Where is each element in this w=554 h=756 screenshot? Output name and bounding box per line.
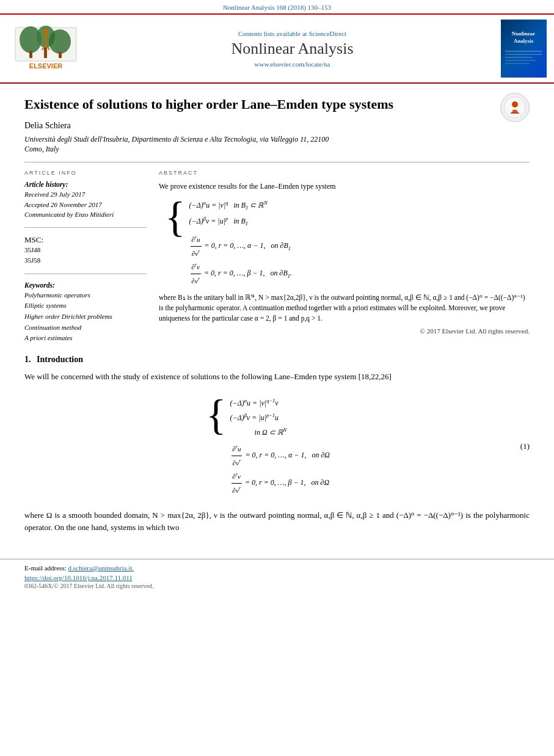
email-block: E-mail address: d.schiera@uninsubria.it. bbox=[24, 564, 530, 572]
equation-1-row: { (−Δ)αu = |v|q−1v (−Δ)βv = |u|p−1u in Ω… bbox=[24, 391, 530, 502]
email-link[interactable]: d.schiera@uninsubria.it. bbox=[68, 564, 134, 572]
equation-1-content: { (−Δ)αu = |v|q−1v (−Δ)βv = |u|p−1u in Ω… bbox=[24, 391, 505, 502]
svg-text:ELSEVIER: ELSEVIER bbox=[29, 62, 62, 70]
journal-title-block: Contents lists available at ScienceDirec… bbox=[92, 20, 493, 78]
intro-paragraph-1: We will be concerned with the study of e… bbox=[24, 371, 530, 383]
copyright-text: © 2017 Elsevier Ltd. All rights reserved… bbox=[159, 327, 530, 335]
main-content: Existence of solutions to higher order L… bbox=[0, 84, 554, 553]
intro-eq-in: in Ω ⊂ ℝN bbox=[255, 425, 330, 440]
journal-name: Nonlinear Analysis bbox=[231, 40, 353, 58]
left-brace-intro: { bbox=[206, 396, 227, 434]
svg-point-19 bbox=[512, 101, 518, 107]
abstract-math-system: { (−Δ)αu = |v|q in B1 ⊂ ℝN (−Δ)βv = |u|p… bbox=[165, 198, 530, 287]
divider-1 bbox=[24, 162, 530, 162]
left-brace: { bbox=[165, 198, 186, 236]
eq-4: ∂rv∂νr = 0, r = 0, …, β − 1, on ∂B1. bbox=[189, 260, 292, 288]
email-label: E-mail address: bbox=[24, 564, 67, 572]
intro-eq-3: ∂ru∂νr = 0, r = 0, …, α − 1, on ∂Ω bbox=[230, 442, 330, 470]
eq-2: (−Δ)βv = |u|p in B1 bbox=[189, 214, 292, 230]
history-label: Article history: bbox=[24, 181, 147, 188]
keyword-1: Polyharmonic operators bbox=[24, 290, 147, 301]
introduction-heading: 1. Introduction bbox=[24, 355, 530, 365]
svg-point-7 bbox=[43, 29, 48, 34]
journal-citation-bar: Nonlinear Analysis 168 (2018) 130–153 bbox=[0, 0, 554, 13]
elsevier-logo: ELSEVIER bbox=[12, 24, 79, 73]
svg-rect-4 bbox=[29, 51, 32, 58]
msc-code-1: 35J48 bbox=[24, 245, 147, 256]
author-name: Delia Schiera bbox=[24, 121, 530, 131]
page-header: ELSEVIER Contents lists available at Sci… bbox=[0, 13, 554, 84]
keyword-5: A priori estimates bbox=[24, 333, 147, 344]
article-info-abstract: ARTICLE INFO Article history: Received 2… bbox=[24, 170, 530, 344]
sciencedirect-link[interactable]: ScienceDirect bbox=[308, 30, 346, 37]
keywords-block: Keywords: Polyharmonic operators Ellipti… bbox=[24, 282, 147, 344]
journal-cover-image: Nonlinear Analysis bbox=[501, 20, 547, 78]
abstract-label: ABSTRACT bbox=[159, 170, 530, 176]
accepted-date: Accepted 26 November 2017 bbox=[24, 200, 147, 210]
equation-set: (−Δ)αu = |v|q in B1 ⊂ ℝN (−Δ)βv = |u|p i… bbox=[189, 198, 292, 287]
svg-rect-6 bbox=[59, 52, 62, 58]
communicated-by: Communicated by Enzo Mitidieri bbox=[24, 209, 147, 220]
keywords-label: Keywords: bbox=[24, 282, 147, 289]
issn-text: 0362-546X/© 2017 Elsevier Ltd. All right… bbox=[24, 583, 530, 589]
intro-paragraph-2: where Ω is a smooth bounded domain, N > … bbox=[24, 509, 530, 535]
article-title: Existence of solutions to higher order L… bbox=[24, 96, 530, 114]
intro-eq-1: (−Δ)αu = |v|q−1v bbox=[230, 396, 330, 410]
received-date: Received 29 July 2017 bbox=[24, 189, 147, 200]
journal-url[interactable]: www.elsevier.com/locate/na bbox=[255, 60, 330, 68]
page-footer: E-mail address: d.schiera@uninsubria.it.… bbox=[0, 559, 554, 593]
abstract-column: ABSTRACT We prove existence results for … bbox=[159, 170, 530, 344]
intro-eq-2: (−Δ)βv = |u|p−1u bbox=[230, 410, 330, 425]
article-history-block: Article history: Received 29 July 2017 A… bbox=[24, 181, 147, 220]
eq-1: (−Δ)αu = |v|q in B1 ⊂ ℝN bbox=[189, 198, 292, 214]
journal-cover-block: Nonlinear Analysis bbox=[499, 20, 548, 78]
msc-block: MSC: 35J48 35J58 bbox=[24, 235, 147, 266]
keyword-2: Elliptic systems bbox=[24, 300, 147, 311]
intro-equation-set: (−Δ)αu = |v|q−1v (−Δ)βv = |u|p−1u in Ω ⊂… bbox=[230, 396, 330, 497]
intro-math-system: { (−Δ)αu = |v|q−1v (−Δ)βv = |u|p−1u in Ω… bbox=[206, 396, 330, 497]
msc-code-2: 35J58 bbox=[24, 255, 147, 266]
abstract-intro: We prove existence results for the Lane–… bbox=[159, 181, 530, 192]
eq-3: ∂ru∂νr = 0, r = 0, …, α − 1, on ∂B1 bbox=[189, 233, 292, 260]
doi-link[interactable]: https://doi.org/10.1016/j.na.2017.11.011 bbox=[24, 574, 133, 581]
article-info-column: ARTICLE INFO Article history: Received 2… bbox=[24, 170, 147, 344]
msc-label: MSC: bbox=[24, 235, 147, 245]
divider-info-1 bbox=[24, 227, 147, 228]
keyword-3: Higher order Dirichlet problems bbox=[24, 311, 147, 322]
affiliation: Università degli Studi dell'Insubria, Di… bbox=[24, 134, 530, 155]
doi-block[interactable]: https://doi.org/10.1016/j.na.2017.11.011 bbox=[24, 574, 530, 581]
journal-citation-text: Nonlinear Analysis 168 (2018) 130–153 bbox=[223, 4, 331, 11]
contents-available-text: Contents lists available at ScienceDirec… bbox=[238, 30, 346, 37]
svg-rect-5 bbox=[44, 48, 47, 58]
intro-eq-4: ∂rv∂νr = 0, r = 0, …, β − 1, on ∂Ω bbox=[230, 470, 330, 497]
equation-number-1: (1) bbox=[505, 442, 530, 451]
keyword-4: Continuation method bbox=[24, 322, 147, 333]
divider-info-2 bbox=[24, 274, 147, 274]
svg-point-3 bbox=[49, 29, 71, 54]
article-info-label: ARTICLE INFO bbox=[24, 170, 147, 176]
elsevier-logo-block: ELSEVIER bbox=[6, 20, 86, 78]
abstract-footer-text: where B₁ is the unitary ball in ℝᴺ, N > … bbox=[159, 293, 530, 324]
check-updates-badge[interactable] bbox=[500, 93, 530, 122]
